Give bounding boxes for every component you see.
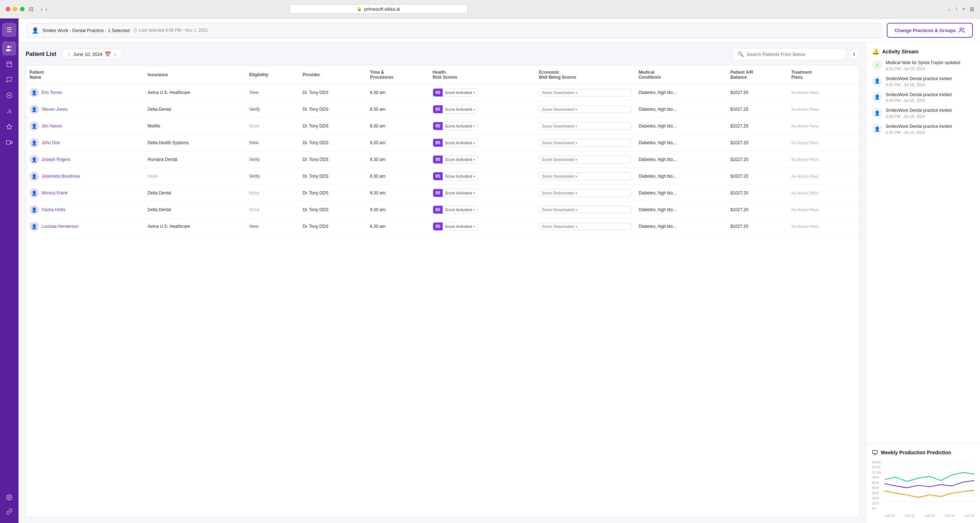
sidebar-icon-goals[interactable]: [2, 120, 16, 134]
eligibility-cell[interactable]: None: [245, 201, 299, 218]
score-number: 95: [433, 206, 443, 214]
score-deactivated-label: Score Deactivated: [542, 191, 574, 195]
maximize-button[interactable]: [20, 7, 25, 11]
eligibility-cell[interactable]: Verify: [245, 151, 299, 168]
patient-name-link[interactable]: Sasha Hollis: [41, 207, 65, 212]
eligibility-view-link[interactable]: View: [249, 224, 258, 229]
back-button[interactable]: ‹: [41, 6, 42, 13]
eligibility-view-link[interactable]: View: [249, 90, 258, 95]
minimize-button[interactable]: [13, 7, 18, 11]
health-score-badge[interactable]: 95 Score Activated ▾: [433, 88, 477, 97]
health-score-badge[interactable]: 95 Score Activated ▾: [433, 172, 477, 180]
patient-name-link[interactable]: Monica Frank: [41, 190, 68, 195]
col-patient-name: PatientName: [26, 65, 144, 85]
health-score-badge[interactable]: 95 Score Activated ▾: [433, 155, 477, 164]
date-navigator[interactable]: ‹ June 10, 2024 📅 ›: [62, 49, 122, 59]
content-area: Patient List ‹ June 10, 2024 📅 › 🔍: [19, 42, 980, 523]
provider-cell: Dr. Tony DDS: [299, 168, 366, 185]
patient-name-link[interactable]: Eric Torres: [41, 90, 62, 95]
table-row: 👤 Steven Jones Delta Dental Verify Dr. T…: [26, 101, 859, 118]
health-score-badge[interactable]: 95 Score Activated ▾: [433, 139, 477, 147]
score-deactivated-badge[interactable]: Score Deactivated ▾: [539, 189, 631, 197]
col-balance: Patient A/RBalance: [727, 65, 788, 85]
health-score-badge[interactable]: 95 Score Activated ▾: [433, 122, 477, 130]
score-deactivated-badge[interactable]: Score Deactivated ▾: [539, 223, 631, 230]
new-tab-icon[interactable]: +: [962, 6, 966, 13]
score-activated-label: Score Activated ▾: [443, 123, 477, 129]
practice-info: 👤 Smiles Work - Dental Practice - 1 Sele…: [25, 23, 883, 38]
eligibility-cell[interactable]: View: [245, 135, 299, 151]
medical-conditions-cell: Diabetes, high blo...: [635, 151, 727, 168]
score-deactivated-badge[interactable]: Score Deactivated ▾: [539, 105, 631, 113]
sidebar-icon-integrations[interactable]: [2, 504, 16, 519]
health-score-badge[interactable]: 95 Score Activated ▾: [433, 189, 477, 197]
traffic-lights: [6, 7, 25, 11]
eligibility-view-link[interactable]: View: [249, 140, 258, 145]
patient-name-cell: 👤 Sasha Hollis: [26, 201, 144, 218]
search-input[interactable]: [746, 52, 841, 57]
forward-button[interactable]: ›: [45, 6, 47, 13]
info-button[interactable]: ℹ: [849, 49, 859, 59]
eligibility-cell[interactable]: Verify: [245, 101, 299, 118]
eligibility-cell[interactable]: View: [245, 218, 299, 235]
sidebar-icon-calendar[interactable]: [2, 57, 16, 71]
provider-cell: Dr. Tony DDS: [299, 118, 366, 135]
share-icon[interactable]: ↑: [955, 6, 958, 13]
close-button[interactable]: [6, 7, 10, 11]
score-deactivated-badge[interactable]: Score Deactivated ▾: [539, 122, 631, 130]
patient-name-link[interactable]: Steven Jones: [41, 107, 68, 112]
balance-cell: $1027.20: [727, 201, 788, 218]
prev-date-button[interactable]: ‹: [67, 51, 71, 57]
score-deactivated-label: Score Deactivated: [542, 91, 574, 95]
score-deactivated-badge[interactable]: Score Deactivated ▾: [539, 139, 631, 147]
score-activated-label: Score Activated ▾: [443, 223, 477, 230]
chevron-down-icon: ▾: [473, 124, 475, 128]
tab-grid-icon[interactable]: ⊞: [970, 6, 974, 13]
sidebar-icon-billing[interactable]: [2, 88, 16, 102]
sidebar-icon-patients[interactable]: [2, 41, 16, 56]
patient-name-link[interactable]: Jeannette Boudreau: [41, 174, 80, 179]
sidebar-icon-messages[interactable]: [2, 73, 16, 87]
sidebar-icon-video[interactable]: [2, 135, 16, 150]
eligibility-verify-link[interactable]: Verify: [249, 174, 260, 179]
eligibility-cell[interactable]: Verify: [245, 168, 299, 185]
score-deactivated-badge[interactable]: Score Deactivated ▾: [539, 156, 631, 163]
score-deactivated-badge[interactable]: Score Deactivated ▾: [539, 206, 631, 214]
provider-cell: Dr. Tony DDS: [299, 185, 366, 201]
health-score-badge[interactable]: 95 Score Activated ▾: [433, 222, 477, 231]
patient-name-link[interactable]: Jim Hance: [41, 124, 62, 129]
economic-score-cell: Score Deactivated ▾: [535, 168, 635, 185]
medical-conditions-cell: Diabetes, high blo...: [635, 218, 727, 235]
health-score-badge[interactable]: 95 Score Activated ▾: [433, 105, 477, 113]
sidebar-icon-settings[interactable]: [2, 490, 16, 504]
health-score-badge[interactable]: 95 Score Activated ▾: [433, 206, 477, 214]
balance-cell: $1027.20: [727, 151, 788, 168]
chart-svg-area: [885, 460, 974, 510]
search-bar[interactable]: 🔍: [732, 48, 846, 60]
address-bar[interactable]: 🔒 primesoft.sikka.ai: [290, 4, 468, 14]
change-practices-button[interactable]: Change Practices & Groups: [887, 23, 973, 38]
score-deactivated-badge[interactable]: Score Deactivated ▾: [539, 172, 631, 180]
patient-name-link[interactable]: Lucinda Henderson: [41, 224, 79, 229]
eligibility-verify-link[interactable]: Verify: [249, 157, 260, 162]
eligibility-cell[interactable]: View: [245, 85, 299, 101]
activity-dot: 👤: [872, 108, 882, 118]
sidebar-icon-reports[interactable]: [2, 104, 16, 118]
patient-name-link[interactable]: John Doe: [41, 140, 60, 145]
next-date-button[interactable]: ›: [113, 51, 118, 57]
svg-marker-11: [10, 141, 12, 144]
patient-name-cell: 👤 Jim Hance: [26, 118, 144, 135]
sidebar-icon-hamburger[interactable]: ☰: [2, 23, 16, 37]
download-icon[interactable]: ↓: [948, 6, 951, 13]
eligibility-cell[interactable]: None: [245, 118, 299, 135]
score-deactivated-badge[interactable]: Score Deactivated ▾: [539, 89, 631, 96]
eligibility-verify-link[interactable]: Verify: [249, 107, 260, 112]
sidebar-toggle-button[interactable]: ⊟: [29, 6, 33, 13]
economic-score-cell: Score Deactivated ▾: [535, 151, 635, 168]
patient-name-link[interactable]: Joseph Rogers: [41, 157, 70, 162]
table-row: 👤 Sasha Hollis Delta Dental None Dr. Ton…: [26, 201, 859, 218]
patient-avatar: 👤: [30, 172, 39, 181]
economic-score-cell: Score Deactivated ▾: [535, 201, 635, 218]
table-row: 👤 John Doe Delta Health Systems View Dr.…: [26, 135, 859, 151]
eligibility-cell[interactable]: None: [245, 185, 299, 201]
